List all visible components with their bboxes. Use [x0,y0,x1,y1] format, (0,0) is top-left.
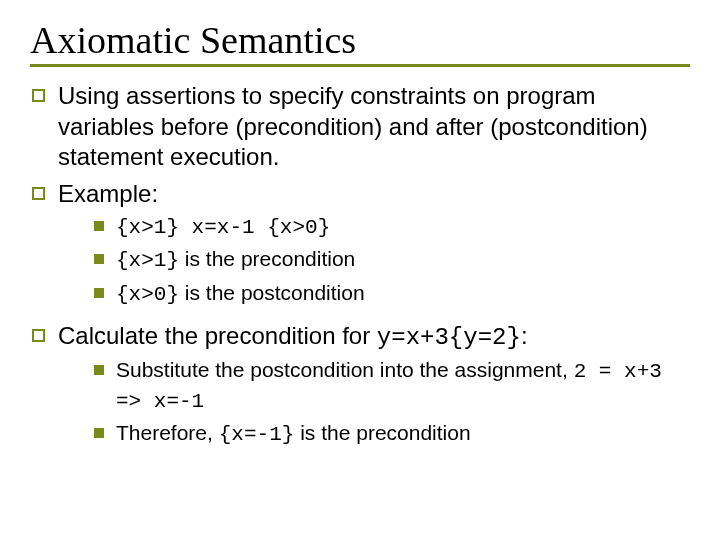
code-text: y=x+3{y=2} [377,324,521,351]
bullet-item: Calculate the precondition for y=x+3{y=2… [30,321,690,450]
sub-bullet-item: Substitute the postcondition into the as… [92,356,690,417]
sub-bullet-item: Therefore, {x=-1} is the precondition [92,419,690,449]
bullet-text: : [521,322,528,349]
bullet-item: Example: {x>1} x=x-1 {x>0} {x>1} is the … [30,179,690,309]
bullet-text: Calculate the precondition for [58,322,377,349]
bullet-text: Substitute the postcondition into the as… [116,358,574,381]
bullet-text: Using assertions to specify constraints … [58,82,648,170]
slide: Axiomatic Semantics Using assertions to … [0,0,720,476]
bullet-item: Using assertions to specify constraints … [30,81,690,173]
sub-bullet-list: {x>1} x=x-1 {x>0} {x>1} is the precondit… [92,212,690,309]
bullet-text: is the precondition [294,421,470,444]
bullet-text: Example: [58,180,158,207]
code-text: {x=-1} [219,423,295,446]
code-text: {x>0} [116,283,179,306]
bullet-text: is the precondition [179,247,355,270]
sub-bullet-item: {x>1} is the precondition [92,245,690,275]
bullet-text: is the postcondition [179,281,365,304]
sub-bullet-list: Substitute the postcondition into the as… [92,356,690,450]
sub-bullet-item: {x>0} is the postcondition [92,279,690,309]
slide-title: Axiomatic Semantics [30,18,690,62]
bullet-list: Calculate the precondition for y=x+3{y=2… [30,321,690,450]
sub-bullet-item: {x>1} x=x-1 {x>0} [92,212,690,242]
code-text: {x>1} x=x-1 {x>0} [116,216,330,239]
code-text: {x>1} [116,249,179,272]
title-rule [30,64,690,67]
bullet-text: Therefore, [116,421,219,444]
bullet-list: Using assertions to specify constraints … [30,81,690,309]
